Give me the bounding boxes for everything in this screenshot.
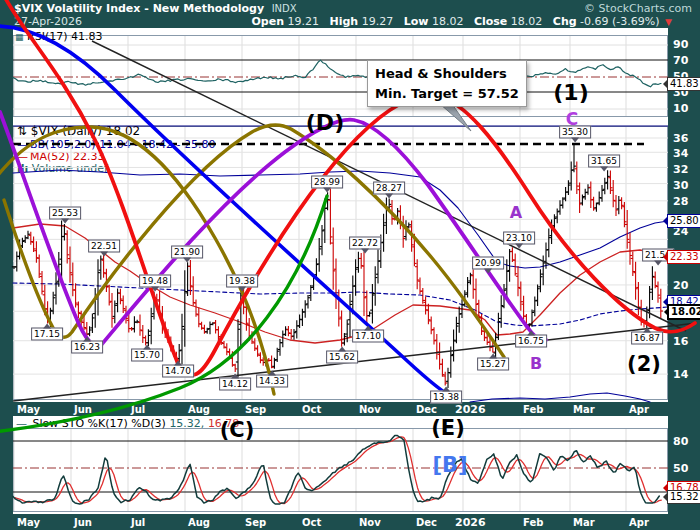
price-callout: 15.62: [326, 351, 358, 364]
annotation-line2: Min. Target = 57.52: [375, 84, 519, 104]
rsi-panel: [13, 35, 668, 117]
month-label-may: May: [17, 517, 40, 528]
month-label-2026: 2026: [455, 403, 486, 416]
price-callout: 14.33: [256, 375, 288, 388]
price-callout: 16.23: [71, 341, 103, 354]
wave-label-b: B: [530, 354, 542, 373]
axis-label-30: 30: [673, 179, 688, 192]
close-label: Close: [474, 15, 507, 28]
chart-title: $VIX Volatility Index - New Methodology …: [14, 2, 297, 15]
month-label-jul: Jul: [131, 517, 145, 528]
month-label-sep: Sep: [245, 404, 266, 415]
wave-label-a: A: [510, 203, 522, 222]
axis-label-36: 36: [673, 132, 688, 145]
price-callout: 23.10: [503, 232, 535, 245]
price-callout: 14.12: [219, 378, 251, 391]
month-label-sep: Sep: [245, 517, 266, 528]
axis-label-14: 14: [673, 368, 688, 381]
month-label-may: May: [17, 404, 40, 415]
axis-label-50: 50: [673, 462, 688, 475]
month-label-jun: Jun: [74, 404, 92, 415]
month-label-aug: Aug: [188, 404, 210, 415]
left-margin: [0, 28, 13, 530]
axis-value-box-41.83: 41.83: [667, 77, 700, 91]
price-callout: 19.38: [226, 275, 258, 288]
wave-label-c: (C): [220, 418, 255, 442]
symbol-legend: ⇅ $VIX (Daily) 18.02: [17, 124, 140, 138]
volume-legend: ılı Volume undef: [17, 162, 108, 175]
price-callout: 20.99: [472, 257, 504, 270]
price-callout: 16.87: [631, 332, 663, 345]
month-label-dec: Dec: [416, 404, 437, 415]
month-label-jun: Jun: [74, 517, 92, 528]
month-label-aug: Aug: [188, 517, 210, 528]
price-callout: 14.70: [162, 365, 194, 378]
low-value: 18.02: [432, 15, 464, 28]
price-callout: 17.15: [31, 328, 63, 341]
month-label-oct: Oct: [302, 404, 321, 415]
month-label-apr: Apr: [629, 517, 649, 528]
month-axis-bottom: MayJunJulAugSepOctNovDec2026FebMarApr: [0, 514, 700, 530]
head-shoulders-annotation: Head & Shoulders Min. Target = 57.52: [367, 60, 527, 107]
stochastic-panel: [13, 428, 668, 512]
month-label-2026: 2026: [455, 516, 486, 529]
axis-label-16: 16: [673, 335, 688, 348]
axis-value-box-22.33: 22.33: [667, 250, 700, 264]
month-label-nov: Nov: [359, 404, 381, 415]
price-callout: 21.90: [171, 246, 203, 259]
chg-down-triangle-icon: ▼: [665, 17, 672, 27]
axis-label-28: 28: [673, 195, 688, 208]
exchange-label: INDX: [272, 3, 297, 14]
close-value: 18.02: [511, 15, 543, 28]
rsi-legend-text: RSI(17) 41.83: [27, 30, 102, 43]
high-value: 19.27: [362, 15, 394, 28]
low-label: Low: [404, 15, 429, 28]
ohlc-readout: Open 19.21 High 19.27 Low 18.02 Close 18…: [251, 15, 672, 28]
price-callout: 15.70: [131, 349, 163, 362]
sto-k-value: 15.32,: [169, 417, 204, 430]
month-label-apr: Apr: [629, 404, 649, 415]
month-label-dec: Dec: [416, 517, 437, 528]
symbol-title: $VIX Volatility Index - New Methodology: [14, 2, 264, 15]
rsi-legend: ▦ RSI(17) 41.83: [15, 30, 102, 43]
price-callout: 31.65: [588, 155, 620, 168]
axis-label-32: 32: [673, 163, 688, 176]
price-callout: 13.38: [430, 391, 462, 404]
open-value: 19.21: [287, 15, 319, 28]
copyright: © StockCharts.com: [584, 2, 692, 15]
month-label-nov: Nov: [359, 517, 381, 528]
axis-label-10: 10: [673, 102, 688, 115]
axis-label-80: 80: [673, 435, 688, 448]
price-callout: 16.75: [515, 335, 547, 348]
month-label-mar: Mar: [573, 517, 595, 528]
open-label: Open: [251, 15, 284, 28]
volume-bars-icon: ılı: [17, 162, 28, 175]
month-axis-top: MayJunJulAugSepOctNovDec2026FebMarApr: [0, 402, 700, 416]
wave-label-e: (E): [431, 416, 465, 440]
price-callout: 19.48: [139, 275, 171, 288]
price-callout: 15.27: [477, 358, 509, 371]
wave-label-2: (2): [627, 352, 661, 376]
axis-label-90: 90: [673, 38, 688, 51]
price-callout: 17.10: [352, 330, 384, 343]
wave-label-c: C: [566, 109, 578, 129]
axis-value-box-25.80: 25.80: [667, 214, 700, 228]
chg-value: -0.69 (-3.69%): [580, 15, 659, 28]
price-callout: 28.27: [373, 182, 405, 195]
rsi-chart-icon: ▦: [15, 32, 24, 42]
axis-label-34: 34: [673, 147, 688, 160]
month-label-jul: Jul: [131, 404, 145, 415]
wave-label-1: (1): [553, 80, 588, 105]
month-label-mar: Mar: [573, 404, 595, 415]
high-label: High: [329, 15, 358, 28]
month-label-feb: Feb: [523, 517, 543, 528]
axis-value-box-15.32: 15.32: [667, 490, 700, 504]
price-callout: 28.99: [311, 176, 343, 189]
annotation-line1: Head & Shoulders: [375, 64, 519, 84]
wave-label-d: (D): [306, 110, 344, 135]
sto-legend: Slow STO %K(17) %D(3) 15.32, 16.78: [16, 417, 239, 430]
volume-legend-text: Volume undef: [32, 162, 108, 175]
price-callout: 22.51: [88, 240, 120, 253]
month-label-feb: Feb: [523, 404, 543, 415]
axis-value-box-18.02: 18.02: [667, 304, 700, 320]
